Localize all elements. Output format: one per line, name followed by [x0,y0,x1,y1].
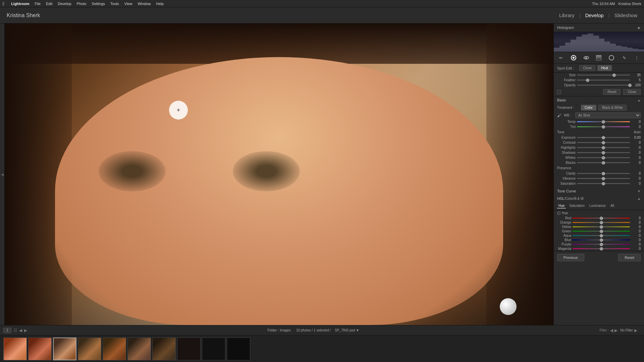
highlights-slider[interactable] [577,147,630,148]
close-tool-button[interactable]: Close [623,89,641,95]
saturation-slider-row: Saturation 0 [554,181,644,186]
tone-curve-section-header[interactable]: Tone Curve ▼ [554,187,644,195]
thumbnail-8[interactable] [177,337,201,360]
clone-button[interactable]: Clone [579,65,595,71]
red-hue-slider[interactable] [573,218,630,219]
menu-settings[interactable]: Settings [92,2,105,6]
filter-expand-icon[interactable]: ▶ [634,328,637,333]
aqua-hue-slider[interactable] [573,235,630,236]
main-area: ◀ + [0,24,644,325]
treatment-label: Treatment : [557,106,579,109]
color-treatment-btn[interactable]: Color [581,105,596,110]
filter-left-icon[interactable]: ◀ [610,328,613,333]
menu-window[interactable]: Window [138,2,151,6]
menu-tools[interactable]: Tools [110,2,119,6]
app-name: Lightroom [11,2,29,6]
tint-value: 0 [631,125,641,129]
reset-tool-button[interactable]: Reset [603,89,621,95]
tint-slider[interactable] [577,126,630,127]
next-nav-icon[interactable]: ▶ [24,328,27,333]
hsl-section-header[interactable]: HSL / Color / B & W ▲ [554,195,644,202]
exposure-slider[interactable] [577,137,630,138]
feather-slider[interactable] [577,80,630,81]
thumbnail-1[interactable] [3,337,27,360]
tone-label-row: Tone Auto [554,129,644,135]
thumbnail-10[interactable] [227,337,250,360]
nav-slideshow[interactable]: Slideshow [614,12,637,18]
whites-slider[interactable] [577,157,630,158]
bw-tab-label[interactable]: B & W [574,197,584,200]
menu-edit[interactable]: Edit [46,2,52,6]
blacks-slider[interactable] [577,162,630,163]
wb-select[interactable]: As Shot [575,112,641,118]
right-panel: Histogram ▶ ✏ [553,24,644,325]
left-panel-toggle[interactable]: ◀ [0,24,5,325]
thumbnail-2[interactable] [28,337,52,360]
crop-tool-icon[interactable]: ✏ [557,54,565,61]
size-slider[interactable] [577,75,630,76]
saturation-slider[interactable] [577,183,630,184]
saturation-value: 0 [631,182,641,185]
healing-brush-cursor[interactable]: + [169,101,188,120]
green-label: Green [557,229,571,233]
bw-treatment-btn[interactable]: Black & White [598,105,627,110]
photo-count: 10 photos / 1 selected / [296,328,331,332]
thumbnail-4[interactable] [78,337,101,360]
wb-row: 🖌 WB : As Shot [554,111,644,119]
adjustment-brush-icon[interactable]: ✎ [621,54,628,61]
green-hue-slider[interactable] [573,231,630,232]
contrast-slider[interactable] [577,142,630,143]
yellow-hue-slider[interactable] [573,226,630,227]
purple-hue-slider[interactable] [573,244,630,245]
more-icon[interactable]: ⋮ [633,54,641,61]
clarity-slider[interactable] [577,173,630,174]
nav-library[interactable]: Library [559,12,575,18]
healing-source-circle[interactable] [500,298,517,315]
grid-icon[interactable]: ☷ [13,328,17,333]
hue-tab[interactable]: Hue [557,203,566,209]
thumbnail-9[interactable] [202,337,225,360]
menu-develop[interactable]: Develop [58,2,71,6]
file-name[interactable]: SP_7842.psd ▼ [335,328,359,332]
menu-help[interactable]: Help [156,2,164,6]
redeye-tool-icon[interactable] [583,54,590,61]
opacity-slider[interactable] [577,85,630,86]
graduated-filter-icon[interactable] [595,54,602,61]
magenta-hue-slider[interactable] [573,248,630,249]
shadows-slider[interactable] [577,152,630,153]
temp-slider[interactable] [577,121,630,122]
luminance-tab[interactable]: Luminance [588,203,607,209]
saturation-tab[interactable]: Saturation [568,203,586,209]
blue-hue-slider[interactable] [573,239,630,240]
orange-hue-slider[interactable] [573,222,630,223]
vibrance-slider[interactable] [577,178,630,179]
prev-nav-icon[interactable]: ◀ [19,328,22,333]
histogram-header[interactable]: Histogram ▶ [554,24,644,32]
menu-photo[interactable]: Photo [77,2,87,6]
previous-button[interactable]: Previous [557,254,584,261]
thumbnail-6[interactable] [127,337,151,360]
thumbnail-7[interactable] [152,337,176,360]
reset-bottom-button[interactable]: Reset [618,254,641,261]
visibility-checkbox[interactable] [557,90,561,94]
basic-section-header[interactable]: Basic ▲ [554,96,644,104]
menu-view[interactable]: View [124,2,132,6]
image-canvas: + [5,24,553,325]
heal-button[interactable]: Heal [597,65,612,71]
spot-edit-label: Spot Edit : [557,66,577,70]
all-tab[interactable]: All [609,203,615,209]
red-hue-row: Red 0 [554,216,644,220]
photo-display[interactable]: + [5,24,553,325]
spot-removal-icon[interactable] [570,54,577,61]
eyedropper-icon[interactable]: 🖌 [557,113,561,118]
thumbnail-5[interactable] [103,337,126,360]
radial-filter-icon[interactable] [608,54,615,61]
auto-tone-btn[interactable]: Auto [634,130,641,134]
menu-file[interactable]: File [35,2,41,6]
red-label: Red [557,216,571,220]
filter-right-icon[interactable]: ▶ [614,328,618,333]
thumbnail-3-selected[interactable] [53,337,76,360]
blue-hue-row: Blue 0 [554,238,644,242]
color-tab-label[interactable]: Color [565,197,573,200]
nav-develop[interactable]: Develop [585,12,604,18]
